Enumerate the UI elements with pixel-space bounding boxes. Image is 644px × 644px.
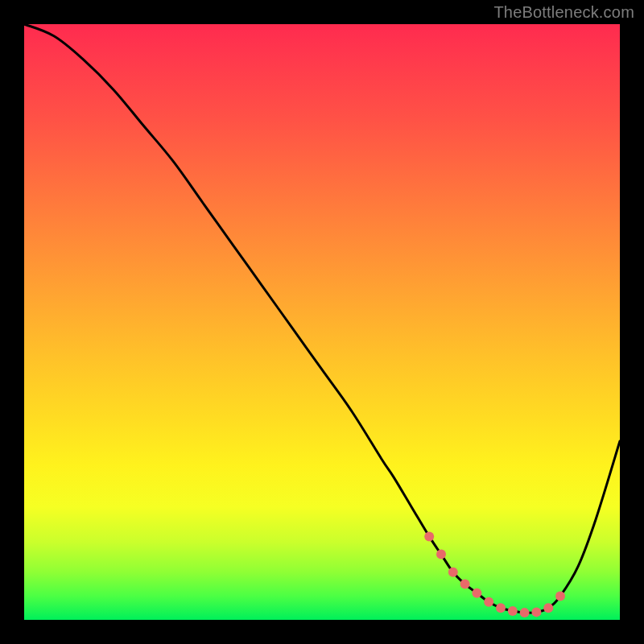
marker-dot (531, 607, 541, 617)
marker-dot (520, 608, 530, 617)
chart-container: TheBottleneck.com (0, 0, 644, 644)
marker-dot (543, 603, 553, 613)
curve-svg (24, 24, 620, 620)
bottleneck-curve (24, 24, 620, 613)
marker-dot (496, 603, 506, 613)
marker-dot (448, 568, 458, 577)
marker-dot (460, 580, 470, 589)
plot-area (24, 24, 620, 620)
watermark-text: TheBottleneck.com (493, 3, 634, 22)
marker-dot (484, 597, 493, 607)
marker-dot (436, 550, 446, 559)
marker-dot (424, 531, 434, 541)
marker-dot (472, 588, 481, 598)
marker-dot (555, 591, 565, 601)
marker-dot (508, 606, 518, 616)
